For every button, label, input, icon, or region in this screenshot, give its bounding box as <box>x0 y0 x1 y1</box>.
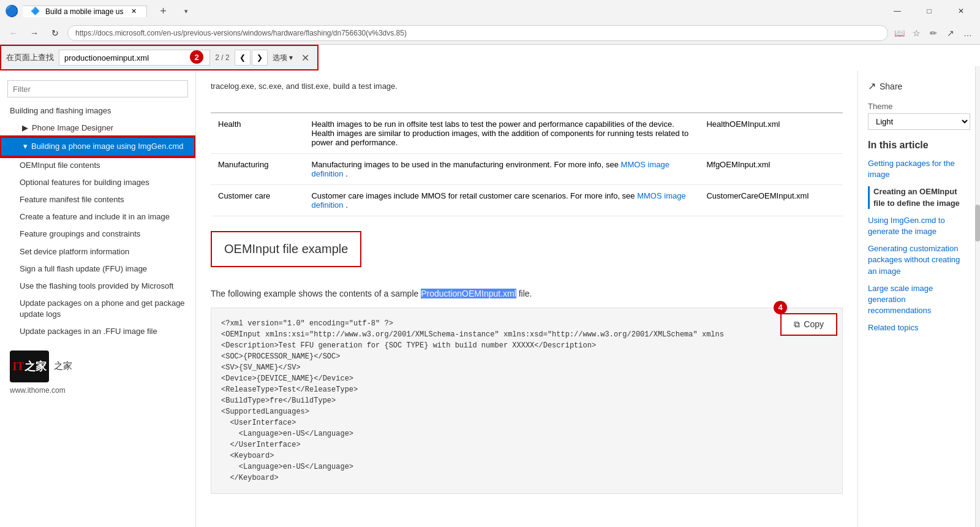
toc-item-0[interactable]: Getting packages for the image <box>868 158 970 180</box>
sidebar-item-update-packages[interactable]: Update packages on a phone and get packa… <box>0 295 195 323</box>
sidebar-item-set-device[interactable]: Set device platform information <box>0 243 195 260</box>
sidebar-item-label: Update packages in an .FFU image file <box>20 326 157 337</box>
sidebar-item-label: Update packages on a phone and get packa… <box>20 298 186 320</box>
image-types-table: Health Health images to be run in offsit… <box>211 102 843 216</box>
title-bar-left: 🔵 🔷 Build a mobile image us ✕ + ▾ <box>5 4 194 18</box>
sidebar-item-phone-image-designer[interactable]: ▶ Phone Image Designer <box>0 119 195 137</box>
oem-section-title-wrapper: OEMInput file example <box>211 231 361 277</box>
find-close-button[interactable]: ✕ <box>298 50 312 65</box>
find-label: 在页面上查找 <box>6 52 54 63</box>
sidebar-item-building-flashing[interactable]: Building and flashing images <box>0 102 195 119</box>
copy-button-wrapper: ⧉ Copy <box>780 313 837 336</box>
find-prev-button[interactable]: ❮ <box>235 50 251 66</box>
sidebar-item-update-ffu[interactable]: Update packages in an .FFU image file <box>0 323 195 340</box>
table-header-desc <box>304 102 699 113</box>
close-button[interactable]: ✕ <box>947 0 975 22</box>
table-cell-type-cc: Customer care <box>211 184 304 216</box>
code-pre: <?xml version="1.0" encoding="utf-8" ?> … <box>211 308 842 493</box>
sidebar-item-label: Use the flashing tools provided by Micro… <box>20 281 173 292</box>
forward-button[interactable]: → <box>26 25 43 42</box>
sidebar-item-label: Set device platform information <box>20 246 129 257</box>
find-next-button[interactable]: ❯ <box>252 50 268 66</box>
share-button-browser[interactable]: ↗ <box>943 26 958 40</box>
maximize-button[interactable]: □ <box>915 0 943 22</box>
find-count: 2 / 2 <box>215 53 229 62</box>
find-input[interactable] <box>59 50 210 66</box>
copy-button[interactable]: ⧉ Copy <box>782 314 836 335</box>
more-button[interactable]: … <box>960 26 975 40</box>
theme-select[interactable]: Light Dark High contrast <box>868 113 970 130</box>
table-cell-type-health: Health <box>211 113 304 154</box>
toc-item-2[interactable]: Using ImgGen.cmd to generate the image <box>868 215 970 237</box>
table-row-customer-care: Customer care Customer care images inclu… <box>211 184 843 216</box>
table-cell-file-health: HealthOEMInput.xml <box>699 113 843 154</box>
sidebar-item-label: Phone Image Designer <box>32 123 113 134</box>
sidebar: 1 Building and flashing images ▶ Phone I… <box>0 70 196 527</box>
expand-icon: ▶ <box>22 123 28 134</box>
table-cell-desc-cc: Customer care images include MMOS for re… <box>304 184 699 216</box>
oem-section-title: OEMInput file example <box>211 231 361 267</box>
minimize-button[interactable]: — <box>883 0 911 22</box>
sidebar-item-sign-ffu[interactable]: Sign a full flash update (FFU) image <box>0 260 195 278</box>
right-panel: ↗ Share Theme Light Dark High contrast I… <box>858 70 980 527</box>
tab-close-button[interactable]: ✕ <box>128 6 139 17</box>
copy-label: Copy <box>804 319 824 329</box>
table-row-manufacturing: Manufacturing Manufacturing images to be… <box>211 153 843 184</box>
sidebar-item-label: Optional features for building images <box>20 177 149 188</box>
active-tab[interactable]: 🔷 Build a mobile image us ✕ <box>23 6 147 17</box>
table-header-file <box>699 102 843 113</box>
pen-button[interactable]: ✏ <box>926 26 941 40</box>
sidebar-item-oeminput-file-contents[interactable]: OEMInput file contents <box>0 157 195 174</box>
tab-favicon: 🔷 <box>31 7 40 17</box>
back-button[interactable]: ← <box>5 25 22 42</box>
share-label: Share <box>880 82 902 91</box>
tab-title: Build a mobile image us <box>45 7 123 16</box>
filter-input[interactable] <box>7 80 188 97</box>
sidebar-item-building-phone-image[interactable]: ▾ Building a phone image using ImgGen.cm… <box>0 137 195 156</box>
table-row-health: Health Health images to be run in offsit… <box>211 113 843 154</box>
logo-text: 之家 <box>54 360 72 372</box>
sidebar-item-use-flashing-tools[interactable]: Use the flashing tools provided by Micro… <box>0 278 195 295</box>
window-controls: — □ ✕ <box>883 0 975 22</box>
find-bar: 在页面上查找 2 / 2 ❮ ❯ 选项 ▾ ✕ <box>0 45 318 70</box>
sidebar-item-create-feature[interactable]: Create a feature and include it in an im… <box>0 208 195 226</box>
share-icon: ↗ <box>868 80 876 92</box>
find-nav: ❮ ❯ <box>235 50 268 66</box>
reader-view-button[interactable]: 📖 <box>892 26 907 40</box>
new-tab-button[interactable]: + <box>152 5 174 18</box>
toc-item-4[interactable]: Large scale image generation recommendat… <box>868 283 970 317</box>
logo-url: www.ithome.com <box>10 386 66 395</box>
expand-icon-active: ▾ <box>23 141 28 152</box>
sidebar-item-feature-groupings[interactable]: Feature groupings and constraints <box>0 226 195 243</box>
sidebar-item-label: Feature manifest file contents <box>20 194 124 205</box>
table-cell-file-cc: CustomerCareOEMInput.xml <box>699 184 843 216</box>
find-options-button[interactable]: 选项 ▾ <box>273 53 293 63</box>
address-bar: ← → ↻ 📖 ☆ ✏ ↗ … <box>0 22 980 44</box>
tab-dropdown-button[interactable]: ▾ <box>179 7 194 15</box>
table-header-type <box>211 102 304 113</box>
sidebar-item-feature-manifest[interactable]: Feature manifest file contents <box>0 191 195 208</box>
oem-intro: The following example shows the contents… <box>211 287 843 300</box>
toc-item-5[interactable]: Related topics <box>868 322 970 333</box>
in-article-title: In this article <box>868 140 970 151</box>
scrollbar[interactable] <box>975 66 980 527</box>
annotation-4: 4 <box>774 301 787 314</box>
scrollbar-handle[interactable] <box>975 205 980 241</box>
sidebar-item-optional-features[interactable]: Optional features for building images <box>0 174 195 191</box>
table-cell-type-mfg: Manufacturing <box>211 153 304 184</box>
active-sidebar-wrapper: ▾ Building a phone image using ImgGen.cm… <box>0 137 195 156</box>
sidebar-item-label: Feature groupings and constraints <box>20 229 140 240</box>
refresh-button[interactable]: ↻ <box>47 25 64 42</box>
annotation-2: 2 <box>190 50 203 64</box>
copy-icon: ⧉ <box>794 319 800 330</box>
intro-text: tracelog.exe, sc.exe, and tlist.exe, bui… <box>211 80 843 93</box>
page-wrapper: 1 Building and flashing images ▶ Phone I… <box>0 70 980 527</box>
highlighted-filename: ProductionOEMInput.xml <box>421 289 516 298</box>
address-input[interactable] <box>67 25 888 41</box>
share-row[interactable]: ↗ Share <box>868 80 970 92</box>
sidebar-item-label: Create a feature and include it in an im… <box>20 211 170 222</box>
sidebar-item-label: Building a phone image using ImgGen.cmd <box>31 141 184 152</box>
code-block-wrapper: 4 ⧉ Copy <?xml version="1.0" encoding="u… <box>211 308 843 494</box>
favorites-button[interactable]: ☆ <box>909 26 924 40</box>
toc-item-3[interactable]: Generating customization packages withou… <box>868 243 970 277</box>
